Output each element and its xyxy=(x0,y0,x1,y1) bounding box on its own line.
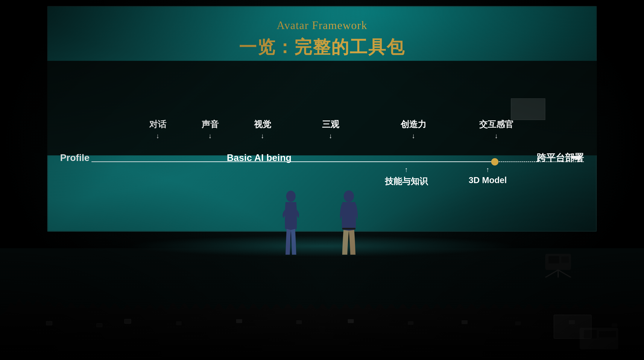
title-english: Avatar Framework xyxy=(47,19,597,32)
svg-point-2 xyxy=(344,191,354,202)
svg-rect-21 xyxy=(548,256,559,264)
arrow-sanguan: ↓ xyxy=(329,132,332,140)
sign-display xyxy=(511,98,545,120)
label-shijue-text: 视觉 xyxy=(254,118,271,130)
svg-rect-7 xyxy=(176,321,182,325)
arrow-shijue: ↓ xyxy=(261,132,264,140)
label-chuangzaoli-text: 创造力 xyxy=(400,118,426,130)
svg-rect-22 xyxy=(561,256,569,263)
svg-rect-11 xyxy=(408,321,414,325)
label-jiaohu-text: 交互感官 xyxy=(479,118,514,130)
svg-rect-13 xyxy=(515,321,521,325)
deploy-label: 跨平台部署 xyxy=(537,151,584,164)
arrow-chuangzaoli: ↓ xyxy=(412,132,415,140)
deploy-text: 跨平台部署 xyxy=(537,152,584,163)
label-duihua-text: 对话 xyxy=(149,118,166,130)
label-shengyin-text: 声音 xyxy=(202,118,219,130)
label-duihua: 对话 ↓ xyxy=(149,118,166,140)
basic-ai-label: Basic AI being xyxy=(227,152,292,163)
label-shengyin: 声音 ↓ xyxy=(202,118,219,140)
label-3dmodel-text: 3D Model xyxy=(468,175,507,185)
svg-rect-5 xyxy=(96,323,102,327)
basic-ai-text: Basic AI being xyxy=(227,152,292,163)
svg-rect-6 xyxy=(124,319,131,323)
label-3dmodel: ↑ 3D Model xyxy=(468,166,507,185)
svg-rect-4 xyxy=(46,321,52,325)
arrow-jineng-up: ↑ xyxy=(405,166,408,174)
camera-equipment xyxy=(539,250,578,278)
svg-rect-10 xyxy=(348,319,354,323)
svg-rect-9 xyxy=(296,320,302,324)
node-circle xyxy=(491,158,498,165)
arrow-duihua: ↓ xyxy=(156,132,160,140)
svg-line-23 xyxy=(545,270,558,277)
speakers-area xyxy=(279,190,361,255)
svg-line-25 xyxy=(558,270,571,277)
speaker-1 xyxy=(279,190,303,255)
title-chinese: 一览：完整的工具包 xyxy=(47,36,597,59)
label-shijue: 视觉 ↓ xyxy=(254,118,271,140)
horizontal-line xyxy=(60,161,584,162)
label-chuangzaoli: 创造力 ↓ xyxy=(400,118,426,140)
profile-text: Profile xyxy=(60,152,90,163)
svg-rect-19 xyxy=(554,315,592,338)
arrow-shengyin: ↓ xyxy=(208,132,212,140)
arrow-jiaohu: ↓ xyxy=(494,132,498,140)
label-sanguan: 三观 ↓ xyxy=(322,118,339,140)
svg-rect-8 xyxy=(236,319,242,323)
presentation-scene: Avatar Framework 一览：完整的工具包 对话 ↓ 声音 ↓ xyxy=(0,0,644,360)
svg-point-1 xyxy=(286,191,296,202)
label-sanguan-text: 三观 xyxy=(322,118,339,130)
arrow-3dmodel-up: ↑ xyxy=(486,166,490,174)
label-jineng-text: 技能与知识 xyxy=(385,175,428,187)
svg-rect-3 xyxy=(342,228,356,230)
title-area: Avatar Framework 一览：完整的工具包 xyxy=(47,19,597,59)
label-jineng: ↑ 技能与知识 xyxy=(385,166,428,187)
svg-rect-12 xyxy=(462,320,468,324)
speaker-2 xyxy=(337,190,361,255)
profile-label: Profile xyxy=(60,152,90,163)
label-jiaohu: 交互感官 ↓ xyxy=(479,118,514,140)
svg-rect-18 xyxy=(599,331,616,337)
svg-rect-15 xyxy=(612,323,618,327)
